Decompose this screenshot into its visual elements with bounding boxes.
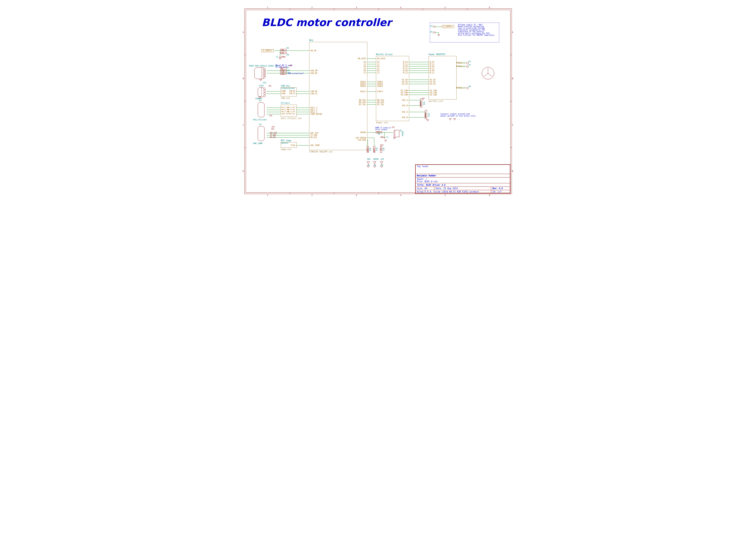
d1-ref: D1 — [374, 164, 376, 166]
mcu-pin-can-rx: CAN_RX — [310, 91, 318, 92]
mosfets-sheet-name: Power MOSFETS — [429, 53, 446, 56]
mos-pin-mh2: M_H2 — [430, 66, 435, 68]
svg-marker-92 — [385, 140, 387, 142]
r37-ref: R37 — [375, 148, 377, 151]
phase3-pad — [466, 87, 469, 89]
can-pin-rx: CAN_RX — [289, 91, 295, 92]
c2-ref: C2 — [276, 56, 278, 58]
svg-marker-85 — [449, 119, 451, 120]
tb-size: Size: A4 — [415, 187, 434, 190]
servo-pull: +5V — [392, 127, 394, 128]
can-pad-4 — [264, 88, 266, 90]
mcu-pin-brso1: BR_SO1 — [359, 99, 366, 101]
svg-rect-117 — [258, 102, 264, 117]
r22-val: 2k2 — [380, 148, 382, 151]
mcu-sheet-file: STM32F4 64LQFP.sch — [309, 151, 333, 153]
hall-ref: P1 — [259, 100, 262, 102]
tb-title: Title: BLDC Driver 4.6 — [415, 183, 510, 187]
mos-pin-h3low: H3_LOW — [430, 94, 437, 96]
mcu-pin-usb-dp: USB_DP — [310, 72, 318, 74]
mos-pin-h1vs: H1_VS — [430, 79, 436, 81]
phase1-lbl: PHASE_1 — [456, 62, 465, 64]
servo-conn-name: SERVO — [401, 131, 403, 136]
r5-ref: R5 — [378, 133, 380, 135]
svg-marker-90 — [422, 98, 424, 100]
tb-file: File: BLDC_4.sch — [417, 180, 438, 183]
d3-name: LED — [381, 158, 384, 160]
mcu-pin-adc-temp: ADC_TEMP — [310, 145, 320, 147]
title-block: Top level Benjamin Vedder Sheet: / File:… — [415, 164, 510, 194]
usb-pad-4 — [263, 74, 265, 76]
phase3-conn: P8 — [469, 86, 471, 88]
pwr-pin-sens1: SENS1 — [377, 81, 383, 83]
gnd-note: Connect signal ground and power ground i… — [441, 113, 476, 117]
pwrcomm-vcc: VCC — [272, 128, 275, 130]
mos-pin-ml2: M_L2 — [430, 68, 435, 70]
c2-val: 100n — [281, 56, 286, 58]
pwrcomm-sda: TX_SDA — [270, 134, 276, 136]
phase2-pad — [466, 66, 469, 68]
mos-pin-h2low: H2_LOW — [430, 92, 437, 94]
mcu-pin-h1: H1 — [364, 61, 366, 63]
pwr-pin-l1: L1 — [377, 63, 380, 65]
usb-pad4-n: 4 — [261, 74, 262, 76]
tb-top-level: Top level — [415, 165, 510, 174]
can-pad3-n: 3 — [261, 90, 262, 92]
tb-eda: KiCad E.D.A. kicad (2014-08-31 BZR 5107)… — [415, 190, 491, 194]
mcu-pin-h2: H2 — [364, 66, 366, 68]
pwr-pin-h1low: H1_LOW — [401, 90, 408, 92]
pwr-pin-sens3: SENS3 — [377, 85, 383, 87]
r5-val: 2k2 — [377, 131, 380, 133]
flt-pin-h2out: HALL2_OUT — [287, 109, 295, 110]
mcu-pin-sens2: SENS2 — [360, 83, 366, 85]
can-pad-2 — [264, 92, 266, 95]
pwr-pin-h3vs: H3_VS — [402, 83, 408, 85]
mcu-pin-usb-dm: USB_DM — [310, 70, 318, 72]
svg-marker-87 — [279, 58, 281, 59]
mcu-pin-en-gate: EN_GATE — [358, 58, 366, 60]
pwr-pin-h2vs: H2_VS — [402, 81, 408, 83]
servo-pad2: 2 — [394, 132, 395, 134]
tb-date: Date: 25 Aug 2014 — [434, 187, 491, 190]
svg-marker-86 — [453, 119, 456, 120]
mos-pin-ml3: M_L3 — [430, 72, 435, 74]
usb-pad5-n: 5 — [261, 76, 262, 78]
pwr-pin-ml2: M_L2 — [403, 68, 408, 70]
servo-pad3: 3 — [394, 135, 395, 136]
can-pin-tx: CAN_TX — [289, 93, 295, 95]
filters-sheet-file: hall_filters.sch — [281, 117, 302, 120]
an-vsupply-tag: V_SUPPLY — [261, 49, 274, 52]
can-pad-3 — [264, 90, 266, 92]
tb-author: Benjamin Vedder — [415, 174, 510, 178]
phase2-lbl: PHASE_2 — [456, 66, 465, 68]
svg-marker-91 — [426, 120, 429, 121]
esd-note: ESD protection? — [288, 73, 304, 74]
mcu-pin-temp-mot: TEMP_MOTOR — [310, 113, 322, 115]
pwrcomm-adc: ADC_EXT — [270, 132, 277, 134]
r54-val: SHUNT — [420, 101, 421, 106]
pwr-pin-h3: H3 — [377, 70, 380, 72]
usb-pad2-n: 2 — [261, 70, 262, 71]
pwr-pin-mh1: M_H1 — [403, 61, 408, 63]
r54-ref: R54 — [423, 102, 425, 105]
pwrcomm-5v: +5V — [272, 126, 275, 128]
mos-pin-ml1: M_L1 — [430, 63, 435, 65]
pwr-pin-mh2: M_H2 — [403, 66, 408, 68]
mos-pin-h1low: H1_LOW — [430, 90, 437, 92]
pwr-pin-dccal: DC_CAL — [377, 103, 384, 105]
usb-pad-5 — [263, 76, 265, 78]
pwr-pin-ml3: M_L3 — [403, 72, 408, 74]
power-sheet-file: Power.sch — [376, 122, 388, 124]
r6-ref: R6 — [287, 67, 289, 69]
r53-val: SHUNT — [424, 113, 426, 118]
can-pad2-n: 2 — [261, 92, 262, 94]
pwr-pin-sh1b: SH1_B — [402, 105, 408, 107]
phase1-conn: P2 — [469, 61, 471, 63]
pwr-pin-ml1: M_L1 — [403, 63, 408, 65]
can-sheet-name: CAN bus transceiver — [281, 85, 297, 89]
pwr-pin-sens2: SENS2 — [377, 83, 383, 85]
mcu-pin-h3: H3 — [364, 70, 366, 72]
servo-conn-ref: K1 — [400, 130, 401, 132]
pwr-pin-brso1: BR_SO1 — [377, 99, 384, 101]
svg-marker-105 — [373, 161, 376, 164]
